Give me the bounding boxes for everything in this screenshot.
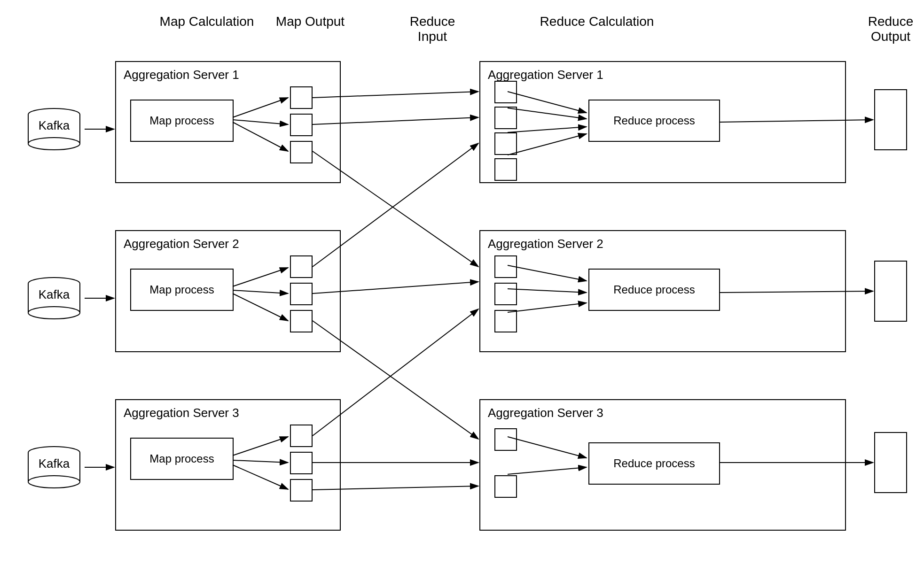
map-out-sq-3-1: [290, 425, 313, 447]
reduce-in-sq-1-4: [494, 158, 517, 181]
map-out-sq-2-1: [290, 255, 313, 278]
map-out-sq-3-3: [290, 479, 313, 502]
reduce-process-box-2: Reduce process: [588, 269, 720, 311]
reduce-in-sq-1-3: [494, 132, 517, 155]
map-out-sq-2-3: [290, 310, 313, 332]
reduce-process-box-3: Reduce process: [588, 442, 720, 485]
kafka-cylinder-1: Kafka: [23, 103, 85, 155]
reduce-in-sq-3-2: [494, 475, 517, 498]
kafka-cylinder-2: Kafka: [23, 272, 85, 324]
right-server-title-2: Aggregation Server 2: [488, 237, 603, 251]
right-server-box-2: Aggregation Server 2 Reduce process: [479, 230, 846, 352]
header-map-calculation: Map Calculation: [146, 14, 268, 29]
reduce-in-sq-1-1: [494, 81, 517, 103]
right-server-box-3: Aggregation Server 3 Reduce process: [479, 399, 846, 531]
reduce-in-sq-2-3: [494, 310, 517, 332]
reduce-in-sq-1-2: [494, 107, 517, 129]
right-server-title-1: Aggregation Server 1: [488, 68, 603, 82]
svg-point-4: [28, 138, 80, 150]
header-map-output: Map Output: [273, 14, 348, 29]
map-out-sq-2-2: [290, 283, 313, 305]
header-reduce-input: Reduce Input: [395, 14, 470, 44]
header-reduce-output: Reduce Output: [860, 14, 921, 44]
left-server-title-1: Aggregation Server 1: [124, 68, 239, 82]
output-rect-3: [874, 432, 907, 493]
reduce-in-sq-3-1: [494, 428, 517, 451]
left-server-title-2: Aggregation Server 2: [124, 237, 239, 251]
kafka-label-1: Kafka: [39, 118, 70, 133]
svg-point-9: [28, 307, 80, 319]
left-server-box-1: Aggregation Server 1 Map process: [115, 61, 341, 183]
right-server-title-3: Aggregation Server 3: [488, 406, 603, 420]
output-rect-2: [874, 261, 907, 322]
map-process-box-2: Map process: [130, 269, 234, 311]
reduce-process-box-1: Reduce process: [588, 100, 720, 142]
output-rect-1: [874, 89, 907, 150]
diagram-container: Map Calculation Map Output Reduce Input …: [0, 0, 924, 587]
left-server-box-2: Aggregation Server 2 Map process: [115, 230, 341, 352]
map-out-sq-1-2: [290, 114, 313, 136]
map-out-sq-1-3: [290, 141, 313, 163]
map-out-sq-3-2: [290, 452, 313, 474]
svg-point-14: [28, 476, 80, 488]
right-server-box-1: Aggregation Server 1 Reduce process: [479, 61, 846, 183]
reduce-in-sq-2-1: [494, 255, 517, 278]
left-server-title-3: Aggregation Server 3: [124, 406, 239, 420]
kafka-label-3: Kafka: [39, 456, 70, 471]
kafka-label-2: Kafka: [39, 287, 70, 302]
reduce-in-sq-2-2: [494, 283, 517, 305]
map-process-box-1: Map process: [130, 100, 234, 142]
map-out-sq-1-1: [290, 86, 313, 109]
header-reduce-calculation: Reduce Calculation: [536, 14, 658, 29]
kafka-cylinder-3: Kafka: [23, 441, 85, 493]
left-server-box-3: Aggregation Server 3 Map process: [115, 399, 341, 531]
map-process-box-3: Map process: [130, 438, 234, 480]
